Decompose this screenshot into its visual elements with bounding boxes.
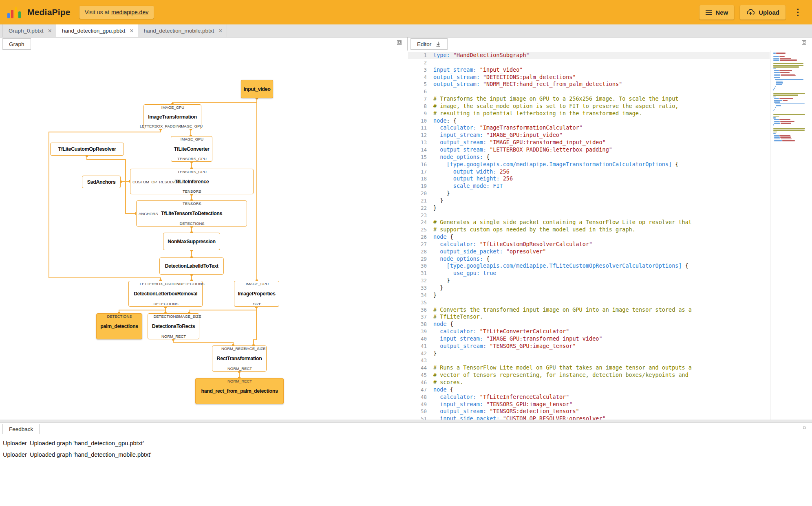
code-line: 26node { [408,233,770,241]
code-text [433,299,770,306]
upload-cloud-icon [746,9,755,15]
code-text: } [433,284,770,292]
minimap-line [776,84,782,85]
minimap-line [773,93,805,94]
minimap-line [773,124,774,125]
code-text: output_height: 256 [433,175,770,183]
minimap-line [774,100,782,101]
expand-editor-icon[interactable] [802,40,806,45]
code-line: 22} [408,205,770,212]
code-line: 19 scale_mode: FIT [408,183,770,190]
expand-graph-icon[interactable] [397,40,402,45]
code-text: # Runs a TensorFlow Lite model on GPU th… [433,364,770,372]
graph-node-DetectionLetterboxRemoval[interactable]: DetectionLetterboxRemovalLETTERBOX_PADDI… [128,281,203,307]
feedback-message: Uploaded graph 'hand_detection_gpu.pbtxt… [30,440,144,447]
line-number: 17 [408,168,433,176]
graph-node-TfLiteTensorsToDetections[interactable]: TfLiteTensorsToDetectionsTENSORSDETECTIO… [136,200,247,227]
graph-node-DetectionLabelIdToText[interactable]: DetectionLabelIdToText [159,257,224,275]
graph-node-DetectionsToRects[interactable]: DetectionsToRectsDETECTIONSIMAGE_SIZENOR… [148,313,199,339]
code-lines[interactable]: 1type: "HandDetectionSubgraph"2 3input_s… [408,51,770,420]
minimap-line [773,114,805,115]
code-text: output_stream: "TENSORS:detection_tensor… [433,408,770,415]
line-number: 38 [408,321,433,328]
line-number: 34 [408,292,433,299]
graph-node-TfLiteConverter[interactable]: TfLiteConverterIMAGE_GPUTENSORS_GPU [171,136,212,162]
minimap-line [773,65,803,66]
app-title: MediaPipe [27,7,71,17]
minimap-line [774,119,779,120]
code-text [433,357,770,364]
minimap-line [782,140,795,141]
graph-node-RectTransformation[interactable]: RectTransformationNORM_RECTIMAGE_SIZENOR… [212,345,267,372]
port-label: NORM_RECT [227,366,252,371]
graph-tab[interactable]: Graph [2,38,31,50]
graph-edge-DetectionLetterboxRemoval-to-palm_detections [119,307,165,313]
node-label: DetectionLetterboxRemoval [134,291,197,297]
minimap-line [774,135,779,136]
line-number: 43 [408,357,433,364]
minimap[interactable] [770,51,810,420]
code-text: # Transforms the input image on GPU to a… [433,95,770,103]
minimap-line [774,101,780,103]
graph-node-hand_rect_from_palm_detections[interactable]: hand_rect_from_palm_detectionsNORM_RECT [195,378,284,404]
graph-canvas[interactable]: input_videoImageTransformationIMAGE_GPUL… [0,51,408,420]
code-line: 1type: "HandDetectionSubgraph" [408,52,770,59]
line-number: 29 [408,255,433,263]
logo-bar [7,13,10,18]
code-line: 14 output_stream: "LETTERBOX_PADDING:let… [408,146,770,154]
more-options-icon[interactable]: ⋮ [791,7,805,17]
port-label: SIZE [253,301,261,306]
editor-tab[interactable]: Editor [410,38,448,50]
logo-bar [18,11,21,18]
close-tab-icon[interactable]: × [130,28,133,34]
code-text: node_options: { [433,255,770,263]
minimap-line [773,58,779,59]
code-editor[interactable]: 1type: "HandDetectionSubgraph"2 3input_s… [408,51,812,420]
upload-button[interactable]: Upload [740,5,786,20]
feedback-tab[interactable]: Feedback [2,424,40,434]
line-number: 33 [408,284,433,292]
minimap-line [774,109,775,110]
graph-node-NonMaxSuppression[interactable]: NonMaxSuppression [163,233,220,250]
graph-node-input_video[interactable]: input_video [241,80,273,98]
line-number: 11 [408,124,433,132]
file-tab[interactable]: hand_detection_gpu.pbtxt× [56,24,138,37]
graph-node-SsdAnchors[interactable]: SsdAnchors [82,176,121,188]
code-text: calculator: "ImageTransformationCalculat… [433,124,770,132]
code-text: use_gpu: true [433,270,770,277]
file-tab[interactable]: Graph_0.pbtxt× [2,24,56,37]
code-line: 30 [type.googleapis.com/mediapipe.TfLite… [408,262,770,270]
line-number: 14 [408,146,433,154]
minimap-line [776,105,781,106]
minimap-line [775,103,805,105]
line-number: 44 [408,364,433,372]
graph-node-TfLiteCustomOpResolver[interactable]: TfLiteCustomOpResolver [50,143,124,156]
visit-link[interactable]: mediapipe.dev [111,9,148,15]
code-line: 48 calculator: "TfLiteInferenceCalculato… [408,394,770,401]
line-number: 32 [408,277,433,284]
close-tab-icon[interactable]: × [218,28,222,34]
minimap-line [773,128,805,129]
new-button[interactable]: New [699,5,734,20]
download-icon[interactable] [435,41,441,47]
line-number: 30 [408,262,433,270]
code-text: # Generates a single side packet contain… [433,219,770,226]
line-number: 42 [408,350,433,357]
file-tab[interactable]: hand_detection_mobile.pbtxt× [138,24,227,37]
expand-feedback-icon[interactable] [802,426,806,430]
file-tab-label: hand_detection_mobile.pbtxt [144,28,214,34]
graph-node-ImageTransformation[interactable]: ImageTransformationIMAGE_GPULETTERBOX_PA… [143,104,201,129]
graph-node-ImageProperties[interactable]: ImagePropertiesIMAGE_GPUSIZE [234,281,279,307]
code-text: input_stream: "input_video" [433,66,770,74]
line-number: 39 [408,328,433,335]
minimap-line [773,117,776,119]
node-label: TfLiteTensorsToDetections [161,211,222,216]
port-label: DETECTIONS [107,314,132,319]
code-text [433,59,770,66]
close-tab-icon[interactable]: × [48,28,52,34]
graph-node-palm_detections[interactable]: palm_detectionsDETECTIONS [96,313,142,339]
line-number: 20 [408,190,433,197]
feedback-source: Uploader [3,440,30,447]
graph-node-TfLiteInference[interactable]: TfLiteInferenceTENSORS_GPUTENSORSCUSTOM_… [130,169,254,194]
code-text: # image, the scale_mode option is set to… [433,103,770,110]
